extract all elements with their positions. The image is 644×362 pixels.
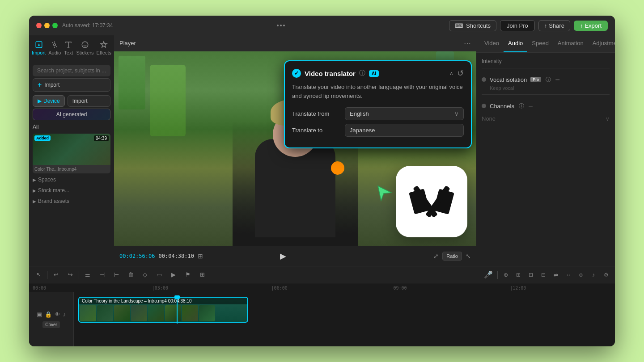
toggle-vocal[interactable]: [482, 77, 486, 82]
dot-menu[interactable]: [277, 25, 285, 26]
connect-button[interactable]: ⇌: [551, 269, 561, 280]
rect-tool[interactable]: ▭: [153, 269, 165, 281]
play-button[interactable]: ▶: [277, 250, 289, 262]
ai-generated-button[interactable]: AI generated: [33, 109, 110, 120]
nav-item-import[interactable]: Import: [31, 39, 47, 57]
lock-icon[interactable]: 🔒: [45, 311, 52, 318]
svg-point-1: [54, 44, 56, 46]
audio-button[interactable]: ♪: [588, 269, 599, 280]
emoji-button[interactable]: ☺: [576, 269, 586, 280]
main-content: Import Audio Text Stickers Effects: [29, 35, 615, 266]
chevron-right-icon: ▶: [33, 188, 36, 193]
playhead[interactable]: [177, 297, 178, 324]
capcut-logo: [396, 166, 467, 237]
clip-thumbnails: [79, 304, 247, 322]
timeline-right-tools: ⊕ ⊞ ⊡ ⊟ ⇌ ↔ ☺ ♪ ⚙: [500, 269, 611, 280]
player-controls: 00:02:56:06 00:04:38:10 ⊞ ▶ ⤢ Ratio ⤡: [114, 246, 476, 266]
split-clip-button[interactable]: ⊞: [513, 269, 524, 280]
sidebar-group-stock[interactable]: ▶ Stock mate...: [33, 186, 110, 195]
ratio-button[interactable]: Ratio: [442, 252, 462, 261]
merge-button[interactable]: ⊟: [538, 269, 549, 280]
replace-button[interactable]: ↔: [563, 269, 574, 280]
zoom-fit-button[interactable]: ⊕: [500, 269, 511, 280]
chevron-down-icon2[interactable]: ∨: [606, 116, 610, 122]
import-button[interactable]: + Import: [33, 78, 110, 92]
settings-button[interactable]: ⚙: [601, 269, 611, 280]
video-track: Color Theory in the Landscape – Intro.mp…: [74, 297, 615, 324]
divider3: [497, 271, 498, 279]
translate-to-select[interactable]: Japanese: [345, 124, 464, 137]
vt-header: ✓ Video translator ⓘ AI ∧ ↺: [292, 68, 464, 78]
split-vertical-tool[interactable]: ⚌: [82, 269, 93, 281]
fullscreen-icon[interactable]: ⤢: [433, 253, 439, 260]
clip-thumb-4: [131, 305, 147, 321]
clip-thumb-1: [80, 305, 96, 321]
vt-check-icon: ✓: [292, 69, 301, 78]
diamond-tool[interactable]: ◇: [139, 269, 151, 281]
close-button[interactable]: [36, 23, 42, 28]
translate-from-select[interactable]: English ∨: [345, 107, 464, 120]
channels-label: Channels: [490, 103, 514, 109]
reset-icon[interactable]: ↺: [457, 68, 464, 78]
expand-screen-icon[interactable]: ⤡: [466, 253, 471, 260]
unlink-button[interactable]: ⊡: [525, 269, 536, 280]
play-tool[interactable]: ▶: [168, 269, 179, 281]
dash-icon: –: [555, 76, 559, 84]
chevron-down-icon: ∨: [454, 110, 459, 117]
clip-thumb-7: [182, 305, 198, 321]
nav-item-audio[interactable]: Audio: [47, 39, 62, 57]
all-filter-label: All: [33, 122, 110, 132]
mic-button[interactable]: 🎤: [482, 269, 495, 281]
import-media-button[interactable]: Import: [68, 95, 110, 107]
split-left-tool[interactable]: ⊣: [96, 269, 108, 281]
tab-speed[interactable]: Speed: [527, 35, 553, 52]
tab-audio[interactable]: Audio: [504, 35, 527, 52]
split-right-tool[interactable]: ⊢: [110, 269, 122, 281]
sidebar-group-spaces[interactable]: ▶ Spaces: [33, 175, 110, 184]
channels-value: None: [482, 115, 496, 122]
shortcuts-button[interactable]: ⌨ Shortcuts: [449, 20, 496, 31]
search-input[interactable]: [33, 65, 110, 76]
expand-icon[interactable]: ∧: [449, 70, 453, 76]
ruler-12: |12:00: [492, 286, 611, 290]
cursor-tool[interactable]: ↖: [33, 269, 44, 281]
translate-from-row: Translate from English ∨: [292, 107, 464, 120]
plus-icon: +: [38, 81, 42, 89]
share-button[interactable]: ↑ Share: [538, 20, 570, 31]
track-clip[interactable]: Color Theory in the Landscape – Intro.mp…: [78, 297, 248, 323]
tab-animation[interactable]: Animation: [553, 35, 588, 52]
eye-icon[interactable]: 👁: [55, 311, 60, 318]
center-panel: Player ⋯: [114, 35, 476, 266]
layout-icon[interactable]: ▣: [37, 311, 42, 318]
svg-marker-3: [378, 186, 391, 201]
speaker-icon[interactable]: ♪: [63, 311, 66, 318]
toggle-channels[interactable]: [482, 104, 486, 108]
right-panel-content: Intensity Vocal isolation Pro ⓘ – Keep v…: [476, 53, 615, 266]
nav-import-label: Import: [32, 50, 46, 55]
nav-item-effects[interactable]: Effects: [96, 39, 112, 57]
media-thumbnail[interactable]: Added 04:39 Color The...Intro.mp4: [33, 134, 110, 173]
timeline-toolbar: ↖ ↩ ↪ ⚌ ⊣ ⊢ 🗑 ◇ ▭ ▶ ⚑ ⊞ 🎤 ⊕ ⊞ ⊡ ⊟ ⇌ ↔: [29, 266, 615, 283]
image-tool[interactable]: ⊞: [196, 269, 208, 281]
redo-button[interactable]: ↪: [64, 269, 76, 281]
translate-from-label: Translate from: [292, 110, 341, 117]
nav-item-text[interactable]: Text: [63, 39, 74, 57]
share-icon: ↑: [544, 22, 547, 29]
join-pro-button[interactable]: Join Pro: [500, 20, 535, 31]
sidebar-group-brand[interactable]: ▶ Brand assets: [33, 197, 110, 206]
maximize-button[interactable]: [52, 23, 58, 28]
tab-video[interactable]: Video: [480, 35, 504, 52]
nav-item-stickers[interactable]: Stickers: [75, 39, 94, 57]
chevron-right-icon: ▶: [33, 177, 36, 182]
device-filter-button[interactable]: ▶ Device: [33, 95, 65, 107]
more-options-icon[interactable]: ⋯: [464, 39, 471, 47]
tab-adjustment[interactable]: Adjustment: [588, 35, 615, 52]
channels-row: Channels ⓘ –: [482, 98, 610, 114]
minimize-button[interactable]: [44, 23, 50, 28]
ruler-03: |03:00: [134, 286, 254, 290]
export-button[interactable]: ↑ Export: [574, 21, 608, 31]
keep-vocal-label: Keep vocal: [482, 85, 610, 91]
flag-tool[interactable]: ⚑: [182, 269, 194, 281]
delete-tool[interactable]: 🗑: [125, 269, 136, 281]
undo-button[interactable]: ↩: [50, 269, 62, 281]
